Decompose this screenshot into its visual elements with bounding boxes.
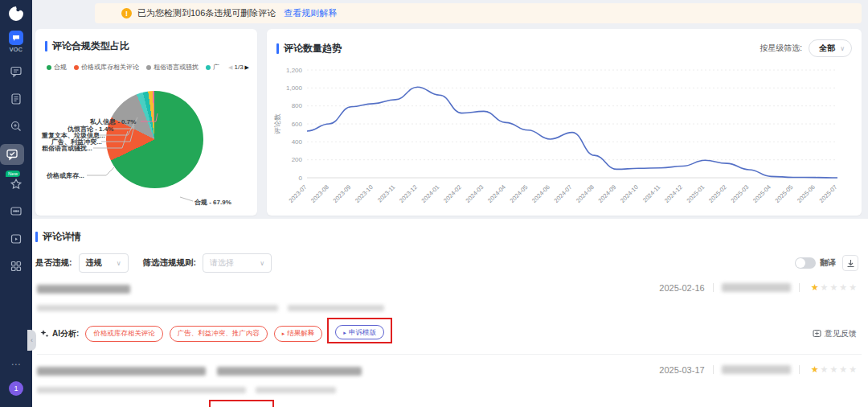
sidebar-item-search-reviews[interactable] xyxy=(0,118,32,134)
rules-link[interactable]: 查看规则解释 xyxy=(284,7,337,19)
star-rating: ★★★★★ xyxy=(811,282,858,293)
explain-result-button[interactable]: ▸结果解释 xyxy=(274,326,323,342)
svg-text:2025-05: 2025-05 xyxy=(774,183,795,204)
comment-body-redacted xyxy=(256,387,336,393)
violation-filter-label: 是否违规: xyxy=(35,257,72,269)
star-icon: ★ xyxy=(849,364,858,374)
ai-analysis-label: AI分析: xyxy=(40,328,79,339)
sidebar-item-notes[interactable] xyxy=(0,91,32,107)
new-badge: New xyxy=(6,171,20,177)
sparkle-icon xyxy=(40,329,49,338)
sidebar-item-review-moderation[interactable] xyxy=(0,144,24,165)
svg-text:2023-12: 2023-12 xyxy=(398,183,419,204)
svg-text:2024-11: 2024-11 xyxy=(641,183,661,204)
svg-text:2023-08: 2023-08 xyxy=(309,183,330,204)
svg-text:2025-07: 2025-07 xyxy=(818,183,839,204)
svg-text:2023-09: 2023-09 xyxy=(332,183,353,204)
warning-icon: ! xyxy=(121,8,132,18)
rule-filter-placeholder: 请选择 xyxy=(210,257,234,269)
star-icon: ★ xyxy=(821,282,830,292)
legend-dot-icon xyxy=(74,65,79,70)
star-icon: ★ xyxy=(849,282,858,292)
legend-item[interactable]: 粗俗语言或骚扰 xyxy=(146,63,199,72)
chevron-down-icon: ∨ xyxy=(260,260,264,267)
svg-text:0: 0 xyxy=(299,175,303,182)
star-icon: ★ xyxy=(821,364,830,374)
commenter-name-redacted xyxy=(722,365,791,374)
star-rating: ★★★★★ xyxy=(811,364,858,375)
pie-chart[interactable] xyxy=(106,91,203,188)
comment-meta: 2025-03-17 ★★★★★ xyxy=(659,364,858,375)
violation-filter-select[interactable]: 违规 ∨ xyxy=(79,253,129,273)
star-filter-select[interactable]: 全部 ∨ xyxy=(809,39,852,57)
legend-next-icon[interactable]: ▶ xyxy=(245,64,249,71)
legend-pagination: ◀ 1/3 ▶ xyxy=(227,64,251,71)
app-logo-icon xyxy=(0,3,32,24)
trend-card: 评论数量趋势 按星级筛选: 全部 ∨ 02004006008001,0001,2… xyxy=(267,29,862,216)
alert-text: 已为您检测到106条违规可删除评论 xyxy=(137,7,276,19)
svg-text:评论数: 评论数 xyxy=(273,113,281,135)
sidebar-collapse-handle[interactable]: ‹ xyxy=(27,330,36,351)
comment-title-redacted xyxy=(217,367,362,376)
star-filter-value: 全部 xyxy=(819,43,835,54)
star-icon: ★ xyxy=(829,282,839,292)
svg-text:2025-01: 2025-01 xyxy=(686,183,706,204)
svg-text:2023-10: 2023-10 xyxy=(354,183,375,204)
svg-text:2024-12: 2024-12 xyxy=(663,183,684,204)
title-accent-bar xyxy=(35,232,38,242)
legend-dot-icon xyxy=(146,65,151,70)
download-button[interactable] xyxy=(842,255,858,271)
svg-text:2024-10: 2024-10 xyxy=(619,183,640,204)
download-icon xyxy=(846,259,855,268)
grid-icon xyxy=(10,260,23,273)
feedback-link[interactable]: 意见反馈 xyxy=(813,328,857,339)
sidebar-more-button[interactable]: ⋯ xyxy=(0,359,32,370)
sidebar-item-chat[interactable] xyxy=(0,204,32,220)
comment-body-redacted xyxy=(288,305,384,311)
feedback-icon xyxy=(813,329,821,338)
translate-toggle[interactable] xyxy=(795,257,816,269)
sidebar-item-favorites[interactable]: New xyxy=(0,176,32,192)
title-accent-bar xyxy=(276,43,279,54)
pie-chart-area: 私人信息 - 0.7% 仇恨言论 - 1.4% 重复文本、垃圾信息... 广告、… xyxy=(35,72,257,216)
sidebar-item-comments[interactable] xyxy=(0,64,32,80)
appeal-template-button[interactable]: ▸申诉模版 xyxy=(335,325,384,339)
rule-filter-label: 筛选违规规则: xyxy=(143,257,197,269)
sidebar-item-media[interactable] xyxy=(0,231,32,247)
svg-text:600: 600 xyxy=(292,121,303,128)
filters-row: 是否违规: 违规 ∨ 筛选违规规则: 请选择 ∨ 翻译 xyxy=(35,253,862,273)
legend-prev-icon[interactable]: ◀ xyxy=(228,64,232,71)
star-icon: ★ xyxy=(811,364,821,374)
svg-text:2024-03: 2024-03 xyxy=(465,183,485,204)
sidebar-item-voc[interactable]: VOC xyxy=(0,31,32,52)
violation-tag[interactable]: 价格或库存相关评论 xyxy=(85,326,163,342)
legend-dot-icon xyxy=(206,65,211,70)
legend-item[interactable]: 合规 xyxy=(47,63,67,72)
pie-callout: 合规 - 67.9% xyxy=(194,198,231,207)
annotation-highlight-box: ▸申诉模版 xyxy=(327,318,392,343)
translate-label: 翻译 xyxy=(820,257,836,269)
pie-callout: 粗俗语言或骚扰... xyxy=(42,144,92,153)
svg-text:1,200: 1,200 xyxy=(286,67,303,74)
trend-chart[interactable]: 02004006008001,0001,2002023-072023-08202… xyxy=(270,59,852,218)
legend-item[interactable]: 价格或库存相关评论 xyxy=(74,63,139,72)
svg-text:2024-07: 2024-07 xyxy=(553,183,574,204)
legend-item[interactable]: 广 xyxy=(206,63,219,72)
rule-filter-select[interactable]: 请选择 ∨ xyxy=(203,253,272,273)
alert-banner: ! 已为您检测到106条违规可删除评论 查看规则解释 xyxy=(95,3,862,23)
notification-badge[interactable]: 1 xyxy=(9,381,23,396)
title-accent-bar xyxy=(45,41,47,51)
legend-dot-icon xyxy=(47,65,51,70)
pie-callout: 价格或库存... xyxy=(47,171,84,180)
comment-body-redacted xyxy=(37,387,246,393)
comment-icon xyxy=(10,65,23,78)
svg-text:2024-06: 2024-06 xyxy=(530,183,551,204)
comment-date: 2025-03-17 xyxy=(659,365,704,375)
svg-text:2024-09: 2024-09 xyxy=(597,183,618,204)
sidebar-item-apps[interactable] xyxy=(0,258,32,274)
chevron-down-icon: ∨ xyxy=(117,260,121,267)
star-icon xyxy=(10,178,23,191)
comment-details-section: 评论详情 是否违规: 违规 ∨ 筛选违规规则: 请选择 ∨ 翻译 2025-02… xyxy=(32,219,868,407)
annotation-highlight-box: ▸申诉模版 xyxy=(209,400,274,407)
violation-tag[interactable]: 广告、利益冲突、推广内容 xyxy=(170,326,268,342)
